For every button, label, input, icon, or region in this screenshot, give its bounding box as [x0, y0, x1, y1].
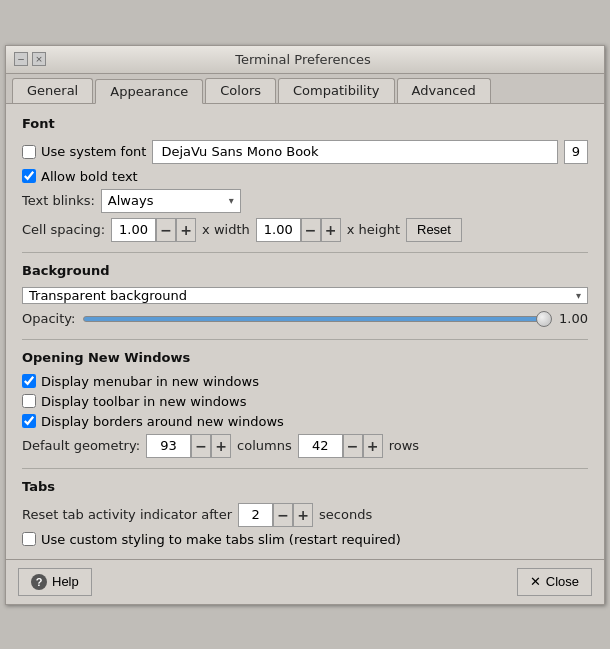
opacity-value: 1.00 [559, 311, 588, 326]
window-title: Terminal Preferences [46, 52, 560, 67]
custom-styling-label[interactable]: Use custom styling to make tabs slim (re… [22, 532, 401, 547]
default-geometry-row: Default geometry: 93 − + columns 42 − + … [22, 434, 588, 458]
opening-header: Opening New Windows [22, 350, 588, 365]
opacity-slider-container [83, 309, 551, 329]
cell-height-increment[interactable]: + [321, 218, 341, 242]
background-section: Background Transparent background ▾ Opac… [22, 263, 588, 329]
columns-value[interactable]: 93 [146, 434, 191, 458]
custom-styling-row: Use custom styling to make tabs slim (re… [22, 532, 588, 547]
use-system-font-checkbox[interactable] [22, 145, 36, 159]
background-value: Transparent background [29, 288, 187, 303]
use-system-font-label[interactable]: Use system font [22, 144, 146, 159]
minimize-button[interactable]: − [14, 52, 28, 66]
custom-styling-text: Use custom styling to make tabs slim (re… [41, 532, 401, 547]
reset-tab-increment[interactable]: + [293, 503, 313, 527]
text-blinks-value: Always [108, 193, 154, 208]
footer: ? Help ✕ Close [6, 559, 604, 604]
rows-spinner: 42 − + [298, 434, 383, 458]
cell-width-spinner: 1.00 − + [111, 218, 196, 242]
background-select[interactable]: Transparent background ▾ [22, 287, 588, 304]
background-arrow-icon: ▾ [576, 290, 581, 301]
help-icon: ? [31, 574, 47, 590]
display-menubar-checkbox[interactable] [22, 374, 36, 388]
display-menubar-row: Display menubar in new windows [22, 374, 588, 389]
reset-button[interactable]: Reset [406, 218, 462, 242]
allow-bold-checkbox[interactable] [22, 169, 36, 183]
x-height-label: x height [347, 222, 400, 237]
cell-width-decrement[interactable]: − [156, 218, 176, 242]
use-system-font-row: Use system font DejaVu Sans Mono Book 9 [22, 140, 588, 164]
tab-compatibility[interactable]: Compatibility [278, 78, 395, 103]
background-header: Background [22, 263, 588, 278]
rows-decrement[interactable]: − [343, 434, 363, 458]
seconds-label: seconds [319, 507, 372, 522]
tab-colors[interactable]: Colors [205, 78, 276, 103]
display-menubar-text: Display menubar in new windows [41, 374, 259, 389]
help-button[interactable]: ? Help [18, 568, 92, 596]
close-label: Close [546, 574, 579, 589]
close-icon: ✕ [530, 574, 541, 589]
divider-3 [22, 468, 588, 469]
font-name-display[interactable]: DejaVu Sans Mono Book [152, 140, 558, 164]
text-blinks-select[interactable]: Always ▾ [101, 189, 241, 213]
display-borders-label[interactable]: Display borders around new windows [22, 414, 284, 429]
reset-tab-decrement[interactable]: − [273, 503, 293, 527]
columns-decrement[interactable]: − [191, 434, 211, 458]
display-borders-row: Display borders around new windows [22, 414, 588, 429]
display-toolbar-label[interactable]: Display toolbar in new windows [22, 394, 246, 409]
columns-label: columns [237, 438, 292, 453]
cell-height-decrement[interactable]: − [301, 218, 321, 242]
opacity-row: Opacity: 1.00 [22, 309, 588, 329]
titlebar-buttons: − × [14, 52, 46, 66]
font-section: Font Use system font DejaVu Sans Mono Bo… [22, 116, 588, 242]
tab-advanced[interactable]: Advanced [397, 78, 491, 103]
rows-label: rows [389, 438, 419, 453]
display-toolbar-text: Display toolbar in new windows [41, 394, 246, 409]
tab-bar: General Appearance Colors Compatibility … [6, 74, 604, 104]
reset-tab-spinner: 2 − + [238, 503, 313, 527]
close-window-button[interactable]: × [32, 52, 46, 66]
tabs-section: Tabs Reset tab activity indicator after … [22, 479, 588, 547]
display-borders-checkbox[interactable] [22, 414, 36, 428]
allow-bold-text: Allow bold text [41, 169, 138, 184]
custom-styling-checkbox[interactable] [22, 532, 36, 546]
opacity-slider-track [83, 316, 551, 322]
close-button[interactable]: ✕ Close [517, 568, 592, 596]
divider-1 [22, 252, 588, 253]
text-blinks-row: Text blinks: Always ▾ [22, 189, 588, 213]
opening-section: Opening New Windows Display menubar in n… [22, 350, 588, 458]
display-menubar-label[interactable]: Display menubar in new windows [22, 374, 259, 389]
x-width-label: x width [202, 222, 250, 237]
divider-2 [22, 339, 588, 340]
reset-tab-value[interactable]: 2 [238, 503, 273, 527]
font-size-display: 9 [564, 140, 588, 164]
cell-height-value[interactable]: 1.00 [256, 218, 301, 242]
allow-bold-row: Allow bold text [22, 169, 588, 184]
tabs-header: Tabs [22, 479, 588, 494]
help-label: Help [52, 574, 79, 589]
reset-tab-row: Reset tab activity indicator after 2 − +… [22, 503, 588, 527]
opacity-slider-thumb[interactable] [536, 311, 552, 327]
display-toolbar-row: Display toolbar in new windows [22, 394, 588, 409]
reset-tab-label: Reset tab activity indicator after [22, 507, 232, 522]
text-blinks-label: Text blinks: [22, 193, 95, 208]
tab-appearance[interactable]: Appearance [95, 79, 203, 104]
cell-height-spinner: 1.00 − + [256, 218, 341, 242]
cell-width-value[interactable]: 1.00 [111, 218, 156, 242]
default-geometry-label: Default geometry: [22, 438, 140, 453]
cell-spacing-row: Cell spacing: 1.00 − + x width 1.00 − + … [22, 218, 588, 242]
rows-increment[interactable]: + [363, 434, 383, 458]
content-area: Font Use system font DejaVu Sans Mono Bo… [6, 104, 604, 559]
use-system-font-text: Use system font [41, 144, 146, 159]
titlebar: − × Terminal Preferences [6, 46, 604, 74]
display-toolbar-checkbox[interactable] [22, 394, 36, 408]
text-blinks-arrow-icon: ▾ [229, 195, 234, 206]
display-borders-text: Display borders around new windows [41, 414, 284, 429]
rows-value[interactable]: 42 [298, 434, 343, 458]
cell-width-increment[interactable]: + [176, 218, 196, 242]
allow-bold-label[interactable]: Allow bold text [22, 169, 138, 184]
tab-general[interactable]: General [12, 78, 93, 103]
font-header: Font [22, 116, 588, 131]
columns-spinner: 93 − + [146, 434, 231, 458]
columns-increment[interactable]: + [211, 434, 231, 458]
